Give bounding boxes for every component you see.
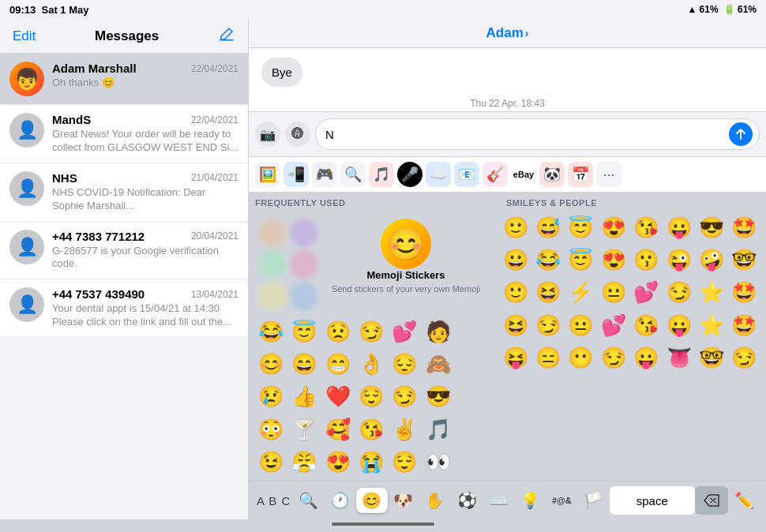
- emoji-cell[interactable]: 🤓: [696, 343, 727, 373]
- ebay-icon[interactable]: eBay: [511, 162, 536, 187]
- more-icon[interactable]: ···: [596, 162, 621, 187]
- music-icon[interactable]: 🎵: [369, 162, 394, 187]
- emoji-cell[interactable]: 😌: [389, 447, 420, 478]
- emoji-cell[interactable]: 🙈: [422, 349, 453, 380]
- emoji-cell[interactable]: 😏: [598, 343, 629, 373]
- emoji-cell[interactable]: [456, 349, 487, 380]
- globe-key[interactable]: ⚽: [451, 488, 483, 513]
- search-icon-app[interactable]: 🔍: [340, 162, 366, 187]
- keyboard-key[interactable]: ⌨️: [483, 488, 514, 513]
- emoji-cell[interactable]: 😍: [598, 212, 629, 243]
- emoji-cell[interactable]: 😇: [565, 245, 596, 275]
- symbols-key[interactable]: #@&: [546, 493, 577, 508]
- emoji-cell[interactable]: 😇: [565, 212, 596, 243]
- emoji-cell[interactable]: 😂: [532, 245, 563, 275]
- emoji-cell[interactable]: 😉: [255, 447, 287, 478]
- emoji-cell[interactable]: [456, 414, 487, 445]
- emoji-cell[interactable]: 👀: [422, 447, 453, 478]
- emoji-cell[interactable]: 😘: [631, 212, 662, 243]
- emoji-cell[interactable]: ❤️: [322, 381, 354, 412]
- emoji-cell[interactable]: 😍: [598, 245, 629, 275]
- emoji-cell[interactable]: 🤩: [729, 212, 760, 243]
- emoji-cell[interactable]: 😏: [663, 277, 694, 308]
- emoji-cell[interactable]: 🧑: [422, 317, 453, 347]
- emoji-cell[interactable]: 🥰: [322, 414, 354, 445]
- emoji-cell[interactable]: ⚡: [565, 277, 596, 308]
- emoji-cell[interactable]: 😏: [532, 310, 563, 341]
- emoji-key[interactable]: 😊: [356, 488, 388, 513]
- emoji-cell[interactable]: 😂: [255, 317, 287, 347]
- emoji-cell[interactable]: 🙂: [500, 277, 531, 308]
- recents-key[interactable]: 🕐: [324, 488, 355, 513]
- emoji-cell[interactable]: ✌️: [389, 414, 420, 445]
- message-input[interactable]: [325, 128, 729, 141]
- conversation-item[interactable]: 👤 MandS 22/04/2021 Great News! Your orde…: [0, 105, 248, 163]
- emoji-cell[interactable]: [456, 381, 487, 412]
- emoji-cell[interactable]: ⭐: [696, 310, 727, 341]
- app-store-button[interactable]: 🅐: [285, 122, 310, 147]
- emoji-cell[interactable]: 😝: [500, 343, 531, 373]
- emoji-cell[interactable]: 😘: [631, 310, 662, 341]
- emoji-cell[interactable]: 😳: [255, 414, 287, 445]
- emoji-cell[interactable]: 🍸: [288, 414, 320, 445]
- panda-icon[interactable]: 🐼: [539, 162, 565, 187]
- emoji-cell[interactable]: 👍: [288, 381, 320, 412]
- emoji-cell[interactable]: [456, 317, 487, 347]
- emoji-cell[interactable]: 😔: [389, 349, 420, 380]
- emoji-cell[interactable]: 💕: [631, 277, 662, 308]
- camera-button[interactable]: 📷: [255, 122, 280, 147]
- send-button[interactable]: [729, 122, 753, 146]
- emoji-cell[interactable]: 🤩: [729, 277, 760, 308]
- emoji-cell[interactable]: 😗: [631, 245, 662, 275]
- emoji-cell[interactable]: 🤩: [729, 310, 760, 341]
- emoji-cell[interactable]: 😎: [422, 381, 453, 412]
- emoji-cell[interactable]: 😘: [355, 414, 387, 445]
- conversation-item[interactable]: 👤 +44 7383 771212 20/04/2021 G-286577 is…: [0, 222, 248, 280]
- emoji-cell[interactable]: 😇: [288, 317, 320, 347]
- emoji-cell[interactable]: 😶: [565, 343, 596, 373]
- calendar-icon[interactable]: 📅: [568, 162, 593, 187]
- animoji-key[interactable]: 🐶: [388, 488, 419, 513]
- handwriting-key[interactable]: ✋: [419, 488, 451, 513]
- emoji-cell[interactable]: 😎: [696, 212, 727, 243]
- emoji-cell[interactable]: 🙂: [500, 212, 531, 243]
- edit-button[interactable]: Edit: [13, 28, 36, 44]
- emoji-cell[interactable]: 😑: [532, 343, 563, 373]
- emoji-cell[interactable]: 🎵: [422, 414, 453, 445]
- search-key[interactable]: 🔍: [292, 488, 324, 513]
- emoji-cell[interactable]: 😤: [288, 447, 320, 478]
- emoji-cell[interactable]: 😢: [255, 381, 287, 412]
- emoji-cell[interactable]: 😏: [355, 317, 387, 347]
- compose-button[interactable]: [218, 25, 235, 47]
- emoji-cell[interactable]: 😆: [532, 277, 563, 308]
- emoji-cell[interactable]: 🤪: [696, 245, 727, 275]
- emoji-cell[interactable]: 😊: [255, 349, 287, 380]
- guitar-icon[interactable]: 🎸: [483, 162, 508, 187]
- emoji-cell[interactable]: 💕: [598, 310, 629, 341]
- emoji-cell[interactable]: 😜: [663, 245, 694, 275]
- emoji-cell[interactable]: 😭: [355, 447, 387, 478]
- emoji-cell[interactable]: 😌: [355, 381, 387, 412]
- emoji-cell[interactable]: 😅: [532, 212, 563, 243]
- conversation-item[interactable]: 👦 Adam Marshall 22/04/2021 Oh thanks 😊: [0, 54, 248, 105]
- voice-icon[interactable]: 🎤: [397, 162, 422, 187]
- scribble-key[interactable]: ✏️: [728, 488, 760, 513]
- emoji-cell[interactable]: 😐: [565, 310, 596, 341]
- emoji-cell[interactable]: 🤓: [729, 245, 760, 275]
- emoji-cell[interactable]: 👌: [355, 349, 387, 380]
- photos-icon[interactable]: 🖼️: [255, 162, 280, 187]
- conversation-item[interactable]: 👤 NHS 21/04/2021 NHS COVID-19 Notificati…: [0, 163, 248, 222]
- flag-key[interactable]: 🏳️: [577, 488, 609, 513]
- emoji-cell[interactable]: 😏: [729, 343, 760, 373]
- emoji-cell[interactable]: 😄: [288, 349, 320, 380]
- delete-key[interactable]: [695, 486, 728, 515]
- emoji-cell[interactable]: 👅: [663, 343, 694, 373]
- emoji-cell[interactable]: 💕: [389, 317, 420, 347]
- emoji-cell[interactable]: 😛: [631, 343, 662, 373]
- suggestion-key[interactable]: 💡: [514, 488, 546, 513]
- space-key[interactable]: space: [610, 486, 695, 515]
- emoji-cell[interactable]: 😀: [500, 245, 531, 275]
- appstore-icon[interactable]: 📲: [283, 162, 309, 187]
- memoji-icon[interactable]: 🎮: [312, 162, 337, 187]
- mail-icon[interactable]: 📧: [454, 162, 479, 187]
